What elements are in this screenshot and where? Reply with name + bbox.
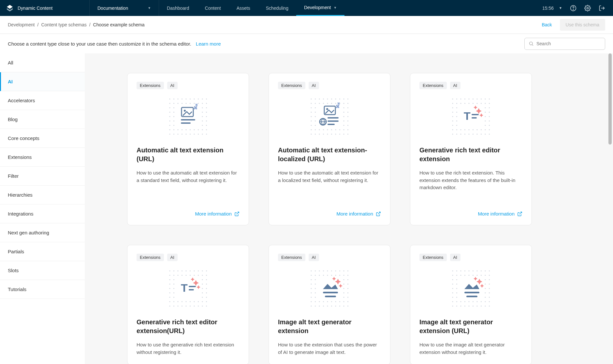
svg-point-172 xyxy=(485,125,486,126)
sidebar-item-all[interactable]: All xyxy=(0,53,85,72)
more-information-link[interactable]: More information xyxy=(419,211,522,217)
time-value: 15:56 xyxy=(542,6,554,11)
svg-point-36 xyxy=(169,120,170,121)
external-link-icon xyxy=(517,211,522,217)
brand-block[interactable]: Dynamic Content xyxy=(0,0,90,16)
help-icon[interactable] xyxy=(570,5,577,11)
nav-content[interactable]: Content xyxy=(197,0,229,16)
sidebar-item-hierarchies[interactable]: Hierarchies xyxy=(0,186,85,204)
sidebar-item-slots[interactable]: Slots xyxy=(0,261,85,280)
nav-dashboard[interactable]: Dashboard xyxy=(159,0,197,16)
more-information-link[interactable]: More information xyxy=(137,211,240,217)
svg-point-240 xyxy=(182,301,182,302)
svg-point-293 xyxy=(315,292,316,293)
svg-point-111 xyxy=(323,129,324,130)
svg-point-246 xyxy=(206,301,207,302)
svg-point-42 xyxy=(202,125,203,126)
svg-point-104 xyxy=(311,125,312,126)
card-pills: Extensions AI xyxy=(278,82,381,89)
svg-point-346 xyxy=(452,284,453,285)
sidebar-item-core-concepts[interactable]: Core concepts xyxy=(0,129,85,148)
svg-point-81 xyxy=(323,103,324,104)
svg-point-123 xyxy=(331,133,332,134)
pill-extensions: Extensions xyxy=(278,82,305,89)
svg-point-296 xyxy=(311,297,312,298)
breadcrumb-development[interactable]: Development xyxy=(8,22,35,27)
svg-point-319 xyxy=(347,305,348,306)
schema-card[interactable]: Extensions AI T Generative rich text edi… xyxy=(410,73,532,225)
svg-point-63 xyxy=(206,133,207,134)
time-dropdown[interactable]: 15:56 ▼ xyxy=(542,6,562,11)
svg-point-84 xyxy=(335,103,336,104)
breadcrumb-content-type-schemas[interactable]: Content type schemas xyxy=(41,22,86,27)
svg-point-156 xyxy=(485,107,486,108)
svg-point-363 xyxy=(456,301,457,302)
search-input[interactable] xyxy=(536,41,601,46)
svg-point-174 xyxy=(452,129,453,130)
sidebar-item-filter[interactable]: Filter xyxy=(0,167,85,186)
nav-assets[interactable]: Assets xyxy=(229,0,258,16)
svg-point-279 xyxy=(347,275,348,276)
pill-extensions: Extensions xyxy=(419,254,447,261)
schema-card[interactable]: Extensions AI T Generative rich text edi… xyxy=(127,245,249,364)
search-box[interactable] xyxy=(524,38,605,50)
caret-down-icon: ▼ xyxy=(148,6,151,10)
svg-point-314 xyxy=(327,305,328,306)
svg-point-122 xyxy=(327,133,328,134)
schema-card[interactable]: Extensions AI Image alt text generator e… xyxy=(410,245,532,364)
svg-point-217 xyxy=(169,279,170,280)
schema-card[interactable]: Extensions AI Automatic alt text extensi… xyxy=(269,73,390,225)
nav-development[interactable]: Development ▼ xyxy=(296,0,344,16)
content-area: Extensions AI Automatic alt text extensi… xyxy=(85,53,613,364)
svg-point-228 xyxy=(206,288,207,289)
sidebar-item-ai[interactable]: AI xyxy=(0,72,85,91)
svg-point-155 xyxy=(456,107,457,108)
pill-ai: AI xyxy=(450,82,460,89)
svg-point-7 xyxy=(182,98,182,99)
schema-card[interactable]: Extensions AI Automatic alt text extensi… xyxy=(127,73,249,225)
svg-point-254 xyxy=(198,305,199,306)
svg-point-126 xyxy=(343,133,344,134)
svg-point-161 xyxy=(489,112,490,113)
svg-point-310 xyxy=(311,305,312,306)
sidebar-item-integrations[interactable]: Integrations xyxy=(0,204,85,223)
svg-point-38 xyxy=(202,120,203,121)
svg-point-139 xyxy=(473,98,474,99)
svg-point-146 xyxy=(460,103,461,104)
svg-point-306 xyxy=(335,301,336,302)
nav-scheduling[interactable]: Scheduling xyxy=(258,0,296,16)
svg-point-62 xyxy=(202,133,203,134)
schema-card[interactable]: Extensions AI Image alt text generator e… xyxy=(269,245,390,364)
more-information-link[interactable]: More information xyxy=(278,211,381,217)
sidebar-item-accelerators[interactable]: Accelerators xyxy=(0,91,85,110)
card-description: How to use the image alt text generator … xyxy=(419,341,522,356)
sidebar-item-next-gen-authoring[interactable]: Next gen authoring xyxy=(0,223,85,242)
back-link[interactable]: Back xyxy=(542,22,552,27)
svg-point-297 xyxy=(315,297,316,298)
svg-point-94 xyxy=(343,112,344,113)
logout-icon[interactable] xyxy=(599,5,605,11)
svg-point-203 xyxy=(194,270,195,271)
sidebar-item-extensions[interactable]: Extensions xyxy=(0,148,85,167)
settings-icon[interactable] xyxy=(584,5,591,11)
svg-point-326 xyxy=(468,270,469,271)
scrollbar[interactable] xyxy=(608,53,612,145)
breadcrumb: Development / Content type schemas / Cho… xyxy=(8,22,145,27)
documentation-dropdown[interactable]: Documentation ▼ xyxy=(90,0,159,16)
sidebar-item-partials[interactable]: Partials xyxy=(0,242,85,261)
learn-more-link[interactable]: Learn more xyxy=(196,41,221,47)
sidebar-item-blog[interactable]: Blog xyxy=(0,110,85,129)
svg-point-355 xyxy=(456,292,457,293)
svg-point-47 xyxy=(182,129,182,130)
svg-point-221 xyxy=(169,284,170,285)
svg-point-27 xyxy=(206,107,207,108)
pill-ai: AI xyxy=(167,82,178,89)
svg-rect-258 xyxy=(189,286,196,287)
svg-point-135 xyxy=(456,98,457,99)
svg-point-206 xyxy=(206,270,207,271)
more-information-label: More information xyxy=(336,211,373,217)
sidebar-item-tutorials[interactable]: Tutorials xyxy=(0,280,85,299)
subheader: Development / Content type schemas / Cho… xyxy=(0,16,613,34)
svg-point-97 xyxy=(315,116,316,117)
svg-point-201 xyxy=(185,270,186,271)
